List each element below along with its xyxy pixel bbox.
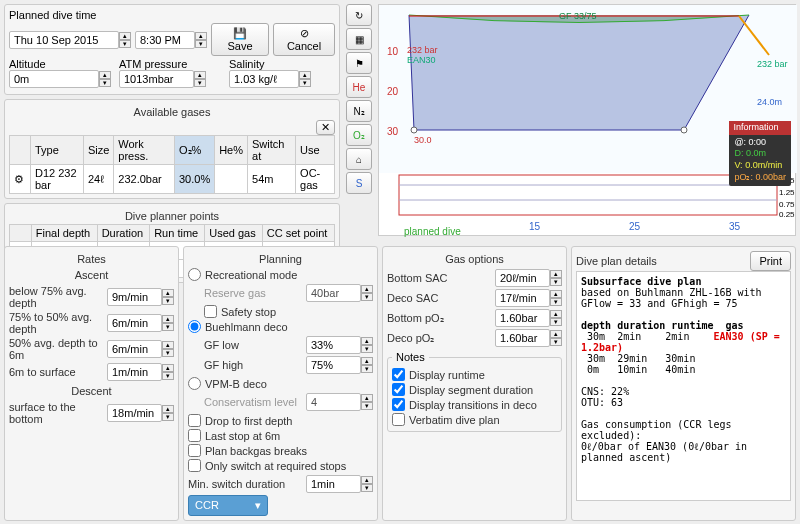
tb-n2[interactable]: N₂: [346, 100, 372, 122]
altitude-label: Altitude: [9, 58, 115, 70]
gases-close[interactable]: ✕: [316, 120, 335, 135]
buehlmann-radio[interactable]: [188, 320, 201, 333]
gfhigh-input[interactable]: [306, 356, 361, 374]
svg-text:1.25: 1.25: [779, 188, 795, 197]
time-input[interactable]: [135, 31, 195, 49]
planning-title: Planning: [188, 251, 373, 267]
ascent-title: Ascent: [9, 267, 174, 283]
tb-refresh[interactable]: ↻: [346, 4, 372, 26]
rate5-input[interactable]: [107, 404, 162, 422]
atm-label: ATM pressure: [119, 58, 225, 70]
n1-check[interactable]: [392, 368, 405, 381]
svg-rect-14: [399, 175, 777, 215]
table-row[interactable]: D12 232 bar24ℓ232.0bar30.0%54mOC-gas: [10, 165, 335, 194]
cylinder-icon: [10, 165, 31, 194]
drop-check[interactable]: [188, 414, 201, 427]
cancel-button[interactable]: ⊘ Cancel: [273, 23, 335, 56]
tb-flag[interactable]: ⚑: [346, 52, 372, 74]
svg-text:15: 15: [529, 221, 541, 232]
gas-title: Gas options: [387, 251, 562, 267]
rate1-input[interactable]: [107, 288, 162, 306]
recreational-radio[interactable]: [188, 268, 201, 281]
backgas-check[interactable]: [188, 444, 201, 457]
notes-title: Notes: [392, 351, 429, 363]
print-button[interactable]: Print: [750, 251, 791, 271]
atm-input[interactable]: [119, 70, 194, 88]
planned-dive-label: Planned dive time: [9, 9, 335, 21]
tb-o2[interactable]: O₂: [346, 124, 372, 146]
date-input[interactable]: [9, 31, 119, 49]
svg-text:planned dive: planned dive: [404, 226, 461, 237]
details-title: Dive plan details: [576, 253, 746, 269]
vpm-radio[interactable]: [188, 377, 201, 390]
chart-toolbar: ↻ ▦ ⚑ He N₂ O₂ ⌂ S: [346, 4, 374, 196]
svg-text:0.75: 0.75: [779, 200, 795, 209]
n3-check[interactable]: [392, 398, 405, 411]
gflow-input[interactable]: [306, 336, 361, 354]
reserve-input: [306, 284, 361, 302]
dive-profile-chart[interactable]: 10 20 30 232 bar EAN30 GF 33/75 232 bar …: [378, 4, 796, 236]
dive-plan-text: Subsurface dive plan based on Buhlmann Z…: [576, 271, 791, 501]
points-title: Dive planner points: [9, 208, 335, 224]
svg-text:30.0: 30.0: [414, 135, 432, 145]
svg-text:20: 20: [387, 86, 399, 97]
tb-home[interactable]: ⌂: [346, 148, 372, 170]
rate3-input[interactable]: [107, 340, 162, 358]
rate2-input[interactable]: [107, 314, 162, 332]
bsac-input[interactable]: [495, 269, 550, 287]
gases-table: TypeSizeWork press.O₂%He%Switch atUse D1…: [9, 135, 335, 194]
tb-grid[interactable]: ▦: [346, 28, 372, 50]
altitude-input[interactable]: [9, 70, 99, 88]
svg-point-13: [681, 127, 687, 133]
n2-check[interactable]: [392, 383, 405, 396]
svg-text:GF 33/75: GF 33/75: [559, 11, 597, 21]
rate4-input[interactable]: [107, 363, 162, 381]
dsac-input[interactable]: [495, 289, 550, 307]
svg-text:35: 35: [729, 221, 741, 232]
svg-text:24.0m: 24.0m: [757, 97, 782, 107]
svg-text:30: 30: [387, 126, 399, 137]
svg-text:0.25: 0.25: [779, 210, 795, 219]
last6-check[interactable]: [188, 429, 201, 442]
bpo2-input[interactable]: [495, 309, 550, 327]
tb-he[interactable]: He: [346, 76, 372, 98]
svg-text:25: 25: [629, 221, 641, 232]
cons-input: [306, 393, 361, 411]
date-up[interactable]: ▴: [119, 32, 131, 40]
rates-title: Rates: [9, 251, 174, 267]
svg-point-12: [411, 127, 417, 133]
gases-title: Available gases: [9, 104, 335, 120]
svg-text:232 bar: 232 bar: [407, 45, 438, 55]
save-button[interactable]: 💾 Save: [211, 23, 269, 56]
svg-text:EAN30: EAN30: [407, 55, 436, 65]
dpo2-input[interactable]: [495, 329, 550, 347]
chart-tooltip: Information @: 0:00 D: 0.0m V: 0.0m/min …: [729, 121, 791, 186]
salinity-label: Salinity: [229, 58, 335, 70]
svg-text:232 bar: 232 bar: [757, 59, 788, 69]
minswitch-input[interactable]: [306, 475, 361, 493]
n4-check[interactable]: [392, 413, 405, 426]
svg-text:10: 10: [387, 46, 399, 57]
safety-check[interactable]: [204, 305, 217, 318]
ccr-dropdown[interactable]: CCR ▾: [188, 495, 268, 516]
descent-title: Descent: [9, 383, 174, 399]
salinity-input[interactable]: [229, 70, 299, 88]
tb-s[interactable]: S: [346, 172, 372, 194]
reqstops-check[interactable]: [188, 459, 201, 472]
date-down[interactable]: ▾: [119, 40, 131, 48]
